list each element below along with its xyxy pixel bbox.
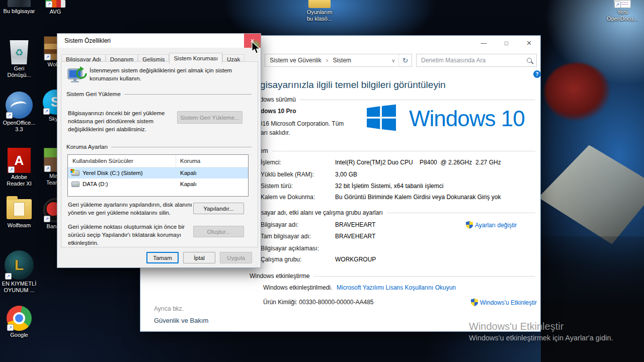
row-label: Bilgisayar adı: bbox=[261, 221, 298, 228]
row-label: Sistem türü: bbox=[261, 183, 293, 190]
cursor-arrow-icon bbox=[252, 41, 262, 54]
column-available-drives[interactable]: Kullanılabilen Sürücüler bbox=[68, 155, 176, 167]
search-icon[interactable] bbox=[527, 58, 532, 63]
section-system: Sistem bbox=[250, 147, 535, 154]
row-value: BRAVEHEART bbox=[335, 221, 375, 228]
icon-label: Bu bilgisayar bbox=[4, 8, 35, 15]
ok-button[interactable]: Tamam bbox=[146, 252, 179, 263]
desktop-icon-avg[interactable]: ↗ AVG bbox=[36, 0, 74, 15]
avg-icon: ↗ bbox=[45, 0, 65, 8]
icon-label: AVG bbox=[50, 9, 61, 15]
icon-label: Yeni OpenDocu... bbox=[607, 9, 638, 22]
protection-status: Kapalı bbox=[176, 170, 197, 176]
shortcut-arrow-icon: ↗ bbox=[5, 273, 12, 280]
restore-section-header: Sistem Geri Yükleme bbox=[66, 91, 252, 97]
openoffice-icon: ↗ bbox=[6, 92, 33, 119]
desktop-icon-openoffice[interactable]: ↗ OpenOffice... 3.3 bbox=[0, 92, 38, 133]
table-row-drive-d[interactable]: DATA (D:) Kapalı bbox=[68, 178, 248, 190]
icon-label: Google bbox=[10, 332, 28, 338]
table-row-drive-c[interactable]: Yerel Disk (C:) (Sistem) Kapalı bbox=[68, 167, 248, 178]
shortcut-arrow-icon: ↗ bbox=[44, 216, 50, 222]
desktop-icon-this-pc[interactable]: Bu bilgisayar bbox=[0, 0, 38, 15]
activate-windows-link[interactable]: Windows'u Etkinleştir bbox=[471, 298, 537, 306]
shortcut-arrow-icon: ↗ bbox=[7, 324, 14, 331]
protection-status: Kapalı bbox=[176, 181, 197, 187]
drive-icon bbox=[71, 170, 79, 176]
desktop-icon-new-opendocument[interactable]: ↗ Yeni OpenDocu... bbox=[603, 0, 641, 22]
mouse-cursor bbox=[249, 38, 266, 56]
see-also-title: Ayrıca bkz. bbox=[154, 305, 184, 312]
tab-intro-text: İstenmeyen sistem değişikliklerini geri … bbox=[90, 66, 255, 82]
dialog-title: Sistem Özellikleri bbox=[64, 37, 111, 44]
search-input[interactable]: Denetim Masasında Ara bbox=[416, 54, 537, 67]
windows-flag-logo bbox=[367, 104, 396, 133]
shortcut-arrow-icon: ↗ bbox=[44, 54, 51, 60]
tab-system-protection[interactable]: Sistem Koruması bbox=[169, 53, 222, 64]
shortcut-arrow-icon: ↗ bbox=[44, 165, 51, 172]
desktop-icon-games-folder[interactable]: Oyunlarım bu klasö... bbox=[300, 0, 339, 22]
shortcut-arrow-icon: ↗ bbox=[6, 112, 13, 119]
system-protection-tab-page: İstenmeyen sistem değişikliklerini geri … bbox=[61, 61, 258, 247]
shortcut-arrow-icon: ↗ bbox=[43, 108, 50, 115]
icon-label: Geri Dönüşü... bbox=[7, 65, 31, 78]
shortcut-arrow-icon: ↗ bbox=[8, 166, 15, 173]
desktop-icon-adobe-reader[interactable]: A↗ Adobe Reader XI bbox=[0, 148, 38, 187]
breadcrumb-item-system[interactable]: Sistem bbox=[333, 57, 351, 64]
drives-table: Kullanılabilen Sürücüler Koruma Yerel Di… bbox=[67, 154, 249, 197]
help-icon[interactable]: ? bbox=[533, 70, 541, 78]
breadcrumb[interactable]: Sistem ve Güvenlik › Sistem ∨ ↻ bbox=[265, 54, 412, 67]
apply-button[interactable]: Uygula bbox=[220, 252, 252, 263]
section-title: Bilgisayar adı, etki alanı ve çalışma gr… bbox=[250, 209, 383, 216]
activate-windows-watermark-line1: Windows'u Etkinleştir bbox=[469, 321, 564, 332]
desktop-icon-league-of-legends[interactable]: L↗ EN KIYMETLİ OYUNUM ... bbox=[0, 250, 38, 294]
row-label: Kalem ve Dokunma: bbox=[261, 194, 315, 201]
icon-label: Adobe Reader XI bbox=[7, 174, 32, 187]
cancel-button[interactable]: İptal bbox=[183, 252, 215, 263]
row-label: Çalışma grubu: bbox=[261, 256, 301, 263]
create-button[interactable]: Oluştur... bbox=[193, 226, 244, 237]
system-properties-dialog: Sistem Özellikleri × Bilgisayar Adı Dona… bbox=[57, 33, 261, 268]
breadcrumb-separator: › bbox=[326, 57, 328, 64]
close-button[interactable]: × bbox=[518, 36, 540, 51]
minimize-button[interactable]: — bbox=[472, 36, 495, 51]
icon-label: Oyunlarım bu klasö... bbox=[307, 9, 333, 22]
chevron-down-icon[interactable]: ∨ bbox=[388, 58, 398, 63]
uac-shield-icon bbox=[471, 298, 478, 306]
row-label: Bilgisayar açıklaması: bbox=[261, 245, 319, 252]
shortcut-arrow-icon: ↗ bbox=[614, 2, 621, 8]
uac-shield-icon bbox=[466, 221, 473, 229]
license-terms-link[interactable]: Microsoft Yazılımı Lisans Koşullarını Ok… bbox=[337, 284, 456, 291]
section-title: Windows etkinleştirme bbox=[250, 273, 309, 280]
refresh-icon[interactable]: ↻ bbox=[398, 54, 412, 66]
league-of-legends-icon: L↗ bbox=[5, 250, 34, 280]
this-pc-icon bbox=[8, 0, 31, 7]
create-description: Geri yükleme noktası oluşturmak için önc… bbox=[68, 223, 194, 247]
section-windows-activation: Windows etkinleştirme bbox=[250, 273, 535, 280]
desktop-icon-recycle-bin[interactable]: ♻ Geri Dönüşü... bbox=[0, 40, 38, 78]
page-title: Bilgisayarınızla ilgili temel bilgileri … bbox=[250, 79, 446, 90]
window-caption-buttons: — □ × bbox=[472, 36, 540, 51]
activation-status: Windows etkinleştirilmedi. bbox=[263, 284, 332, 291]
icon-label: Wolfteam bbox=[8, 222, 31, 229]
row-value: Bu Görüntü Biriminde Kalem Girdisi veya … bbox=[335, 194, 501, 201]
security-maintenance-link[interactable]: Güvenlik ve Bakım bbox=[154, 317, 208, 324]
copyright-text: © 2016 Microsoft Corporation. Tüm haklar… bbox=[250, 119, 344, 137]
adobe-reader-icon: A↗ bbox=[8, 148, 31, 173]
row-label: Yüklü bellek (RAM): bbox=[261, 171, 314, 178]
dialog-titlebar[interactable]: Sistem Özellikleri × bbox=[57, 34, 261, 48]
desktop-icon-google-chrome[interactable]: ↗ Google bbox=[0, 306, 38, 338]
change-settings-link[interactable]: Ayarları değiştir bbox=[466, 221, 517, 229]
breadcrumb-item-system-security[interactable]: Sistem ve Güvenlik bbox=[270, 57, 321, 64]
protection-settings-header: Koruma Ayarları bbox=[66, 144, 252, 150]
recycle-bin-icon: ♻ bbox=[9, 40, 30, 64]
desktop-icon-wolfteam-folder[interactable]: Wolfteam bbox=[0, 197, 38, 229]
column-protection[interactable]: Koruma bbox=[176, 158, 200, 164]
wallpaper-art-red-hand bbox=[544, 63, 610, 121]
section-windows-edition: Windows sürümü bbox=[250, 96, 535, 103]
row-value: 32 bit İşletim Sistemi, x64 tabanlı işle… bbox=[335, 183, 443, 190]
row-value: Intel(R) Core(TM)2 Duo CPU P8400 @ 2.26G… bbox=[335, 159, 501, 166]
maximize-button[interactable]: □ bbox=[495, 36, 518, 51]
windows-badge-icon bbox=[70, 169, 74, 173]
system-restore-button[interactable]: Sistem Geri Yükleme... bbox=[177, 111, 243, 124]
configure-button[interactable]: Yapılandır... bbox=[193, 203, 244, 214]
